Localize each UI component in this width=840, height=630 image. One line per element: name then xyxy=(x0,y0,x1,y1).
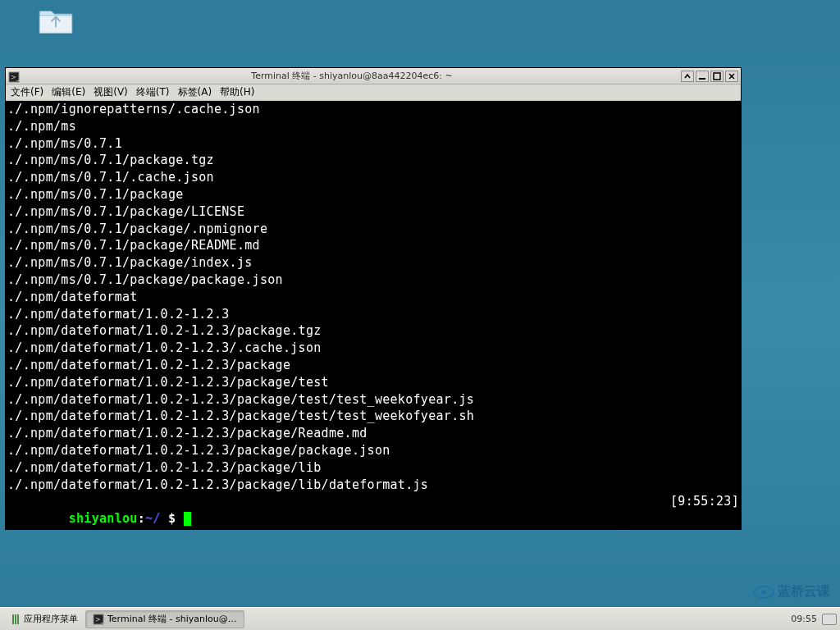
keyboard-icon[interactable] xyxy=(822,614,837,625)
svg-rect-3 xyxy=(714,73,720,80)
minimize-button[interactable] xyxy=(696,71,709,82)
menu-edit[interactable]: 编辑(E) xyxy=(52,85,85,99)
shade-button[interactable] xyxy=(681,71,694,82)
window-titlebar[interactable]: >_ Terminal 终端 - shiyanlou@8aa442204ec6:… xyxy=(6,68,741,84)
prompt-path: ~/ xyxy=(145,511,161,526)
prompt-user: shiyanlou xyxy=(69,511,138,526)
watermark: 蓝桥云课 xyxy=(753,583,830,600)
menu-view[interactable]: 视图(V) xyxy=(94,85,128,99)
svg-point-5 xyxy=(761,590,766,595)
taskbar-task-label: Terminal 终端 - shiyanlou@… xyxy=(107,613,237,625)
svg-text:>_: >_ xyxy=(11,74,20,81)
menu-terminal[interactable]: 终端(T) xyxy=(136,85,170,99)
prompt-sep: : xyxy=(138,511,145,526)
taskbar-clock[interactable]: 09:55 xyxy=(791,614,817,624)
taskbar-task-terminal[interactable]: >_ Terminal 终端 - shiyanlou@… xyxy=(85,610,244,628)
menu-tabs[interactable]: 标签(A) xyxy=(178,85,212,99)
menu-file[interactable]: 文件(F) xyxy=(11,85,43,99)
terminal-icon: >_ xyxy=(93,614,104,625)
terminal-body[interactable]: ./.npm/ignorepatterns/.cache.json ./.npm… xyxy=(6,101,741,529)
close-button[interactable] xyxy=(725,71,738,82)
prompt-dollar: $ xyxy=(161,511,184,526)
app-menu-label: 应用程序菜单 xyxy=(24,613,78,625)
prompt-time: [9:55:23] xyxy=(670,493,739,529)
desktop-folder-icon[interactable] xyxy=(38,7,74,36)
terminal-window: >_ Terminal 终端 - shiyanlou@8aa442204ec6:… xyxy=(5,67,742,530)
terminal-output: ./.npm/ignorepatterns/.cache.json ./.npm… xyxy=(7,101,739,493)
taskbar: 应用程序菜单 >_ Terminal 终端 - shiyanlou@… 09:5… xyxy=(0,607,840,630)
cursor-icon xyxy=(184,512,191,526)
svg-rect-2 xyxy=(699,78,705,80)
menu-help[interactable]: 帮助(H) xyxy=(220,85,254,99)
svg-text:>_: >_ xyxy=(95,616,104,623)
terminal-prompt: shiyanlou:~/ $ [9:55:23] xyxy=(7,493,739,529)
window-title: Terminal 终端 - shiyanlou@8aa442204ec6: ~ xyxy=(23,70,681,82)
menubar: 文件(F) 编辑(E) 视图(V) 终端(T) 标签(A) 帮助(H) xyxy=(6,84,741,101)
maximize-button[interactable] xyxy=(710,71,724,82)
terminal-icon: >_ xyxy=(8,71,20,82)
app-menu-button[interactable]: 应用程序菜单 xyxy=(3,610,85,628)
xfce-icon xyxy=(11,614,21,625)
